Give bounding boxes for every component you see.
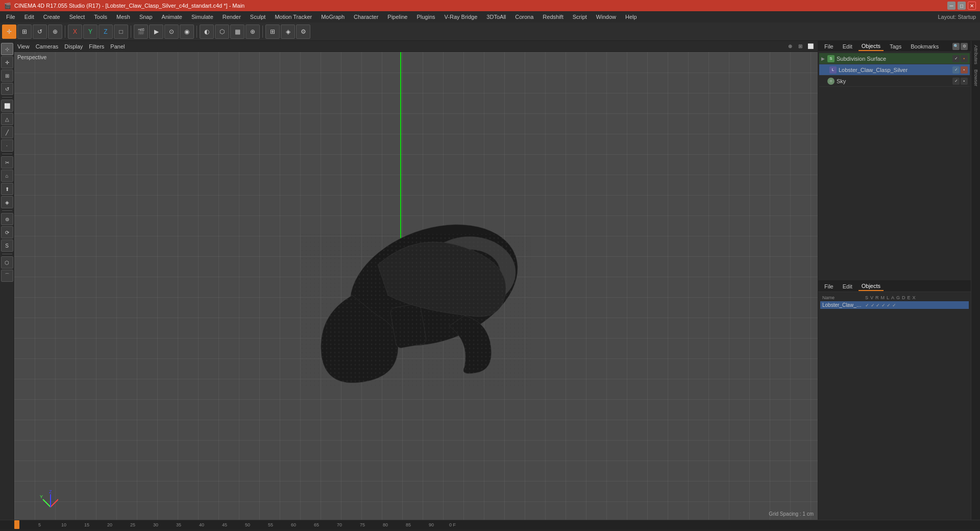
attr-tab-objects[interactable]: Objects bbox=[859, 282, 884, 291]
menu-edit[interactable]: Edit bbox=[20, 13, 38, 21]
render-region-button[interactable]: 🎬 bbox=[134, 25, 148, 39]
menu-select[interactable]: Select bbox=[65, 13, 89, 21]
knife-tool[interactable]: ✂ bbox=[1, 156, 13, 168]
obj-item-sky[interactable]: ○ Sky ✓ ▪ bbox=[819, 76, 970, 87]
spline-tool[interactable]: ⌒ bbox=[1, 270, 13, 282]
menu-mesh[interactable]: Mesh bbox=[112, 13, 134, 21]
extrude-tool[interactable]: ⬆ bbox=[1, 183, 13, 195]
paint-tool[interactable]: S bbox=[1, 239, 13, 252]
brush-tool[interactable]: ⟳ bbox=[1, 226, 13, 238]
sky-tag-icon[interactable]: ▪ bbox=[961, 78, 968, 85]
scale-tool[interactable]: ⊞ bbox=[1, 69, 13, 82]
render-button[interactable]: ⊙ bbox=[164, 25, 179, 39]
obj-tab-edit[interactable]: Edit bbox=[840, 42, 855, 51]
transform-tool-button[interactable]: ⊕ bbox=[48, 25, 62, 39]
menu-render[interactable]: Render bbox=[218, 13, 245, 21]
close-button[interactable]: ✕ bbox=[968, 2, 976, 10]
menu-tools[interactable]: Tools bbox=[90, 13, 111, 21]
lobster-vis-icon[interactable]: ✓ bbox=[952, 66, 960, 74]
lobster-tag-icon[interactable]: ▪ bbox=[961, 66, 968, 74]
grid-button[interactable]: ⊞ bbox=[265, 25, 280, 39]
obj-tab-objects[interactable]: Objects bbox=[859, 42, 884, 51]
vp-menu-panel[interactable]: Panel bbox=[110, 43, 125, 50]
rst-attributes[interactable]: Attributes bbox=[972, 43, 979, 66]
edge-tool[interactable]: ╱ bbox=[1, 126, 13, 138]
tl-mark-20: 20 bbox=[107, 522, 130, 527]
maximize-button[interactable]: □ bbox=[958, 2, 966, 10]
vp-menu-cameras[interactable]: Cameras bbox=[36, 43, 59, 50]
options-button[interactable]: ⚙ bbox=[296, 25, 310, 39]
subdiv-icon: S bbox=[827, 55, 835, 62]
object-tool[interactable]: ⬜ bbox=[1, 100, 13, 112]
attr-selected-row[interactable]: Lobster_Claw_Clasp_Silver ✓ ✓ ✓ ✓ ✓ ✓ bbox=[820, 301, 969, 309]
menu-simulate[interactable]: Simulate bbox=[187, 13, 217, 21]
move-tool[interactable]: ✛ bbox=[1, 56, 13, 68]
polygon-tool[interactable]: △ bbox=[1, 113, 13, 125]
shading-button[interactable]: ⬡ bbox=[215, 25, 229, 39]
menu-script[interactable]: Script bbox=[569, 13, 591, 21]
vp-center-icon[interactable]: ⊕ bbox=[786, 42, 794, 51]
obj-item-subdivision[interactable]: ▶ S Subdivision Surface ✓ ▪ bbox=[819, 53, 970, 64]
menu-plugins[interactable]: Plugins bbox=[412, 13, 439, 21]
timeline-cursor[interactable] bbox=[14, 520, 19, 529]
obj-tab-file[interactable]: File bbox=[821, 42, 837, 51]
obj-expand-subdiv[interactable]: ▶ bbox=[821, 56, 825, 61]
menu-window[interactable]: Window bbox=[592, 13, 620, 21]
vp-menu-filters[interactable]: Filters bbox=[89, 43, 104, 50]
rotate-tool-button[interactable]: ↺ bbox=[33, 25, 47, 39]
vp-maximize-icon[interactable]: ⬜ bbox=[806, 42, 815, 51]
ipr-button[interactable]: ◉ bbox=[180, 25, 194, 39]
menu-sculpt[interactable]: Sculpt bbox=[246, 13, 270, 21]
titlebar-controls[interactable]: ─ □ ✕ bbox=[947, 2, 976, 10]
menu-3dtoall[interactable]: 3DToAll bbox=[482, 13, 510, 21]
menu-character[interactable]: Character bbox=[350, 13, 382, 21]
obj-tab-bookmarks[interactable]: Bookmarks bbox=[908, 42, 942, 51]
display-mode-button[interactable]: ◐ bbox=[200, 25, 214, 39]
menu-snap[interactable]: Snap bbox=[135, 13, 157, 21]
y-axis-button[interactable]: Y bbox=[83, 25, 97, 39]
vp-menu-display[interactable]: Display bbox=[64, 43, 83, 50]
menu-file[interactable]: File bbox=[2, 13, 19, 21]
mesh-tool[interactable]: ⬡ bbox=[1, 256, 13, 269]
vp-fit-icon[interactable]: ⊞ bbox=[796, 42, 804, 51]
bevel-tool[interactable]: ◈ bbox=[1, 196, 13, 208]
snap-button[interactable]: ◈ bbox=[281, 25, 295, 39]
render-view-button[interactable]: ▶ bbox=[149, 25, 163, 39]
obj-tab-tags[interactable]: Tags bbox=[887, 42, 904, 51]
tl-mark-80: 80 bbox=[383, 522, 406, 527]
menu-mograph[interactable]: MoGraph bbox=[317, 13, 349, 21]
obj-item-lobster[interactable]: L Lobster_Claw_Clasp_Silver ✓ ▪ bbox=[819, 64, 970, 76]
menu-vraybridge[interactable]: V-Ray Bridge bbox=[440, 13, 482, 21]
menu-motiontacker[interactable]: Motion Tracker bbox=[271, 13, 316, 21]
settings-icon[interactable]: ⚙ bbox=[961, 43, 968, 50]
attr-tab-file[interactable]: File bbox=[821, 282, 837, 291]
sky-vis-icon[interactable]: ✓ bbox=[952, 78, 960, 85]
rst-browser[interactable]: Browser bbox=[972, 67, 979, 88]
menu-redshift[interactable]: Redshift bbox=[538, 13, 567, 21]
scale-tool-button[interactable]: ⊞ bbox=[17, 25, 32, 39]
post-fx-button[interactable]: ⊕ bbox=[246, 25, 260, 39]
menu-corona[interactable]: Corona bbox=[511, 13, 537, 21]
x-axis-button[interactable]: X bbox=[68, 25, 82, 39]
z-axis-button[interactable]: Z bbox=[99, 25, 113, 39]
attr-tab-edit[interactable]: Edit bbox=[840, 282, 855, 291]
minimize-button[interactable]: ─ bbox=[947, 2, 955, 10]
bridge-tool[interactable]: ⌂ bbox=[1, 170, 13, 182]
subdiv-tag-icon[interactable]: ▪ bbox=[961, 55, 968, 62]
menu-animate[interactable]: Animate bbox=[158, 13, 186, 21]
menu-help[interactable]: Help bbox=[621, 13, 641, 21]
world-button[interactable]: □ bbox=[114, 25, 128, 39]
subdiv-check-icon[interactable]: ✓ bbox=[952, 55, 960, 62]
search-icon[interactable]: 🔍 bbox=[952, 43, 960, 50]
menu-pipeline[interactable]: Pipeline bbox=[383, 13, 411, 21]
texture-button[interactable]: ▦ bbox=[230, 25, 244, 39]
tl-mark-55: 55 bbox=[268, 522, 291, 527]
magnet-tool[interactable]: ⊚ bbox=[1, 213, 13, 225]
select-tool[interactable]: ⊹ bbox=[1, 43, 13, 55]
menu-create[interactable]: Create bbox=[39, 13, 64, 21]
move-tool-button[interactable]: ✛ bbox=[2, 25, 16, 39]
vp-menu-view[interactable]: View bbox=[17, 43, 30, 50]
point-tool[interactable]: · bbox=[1, 139, 13, 152]
viewport[interactable]: Perspective bbox=[14, 52, 818, 520]
rotate-tool[interactable]: ↺ bbox=[1, 83, 13, 95]
